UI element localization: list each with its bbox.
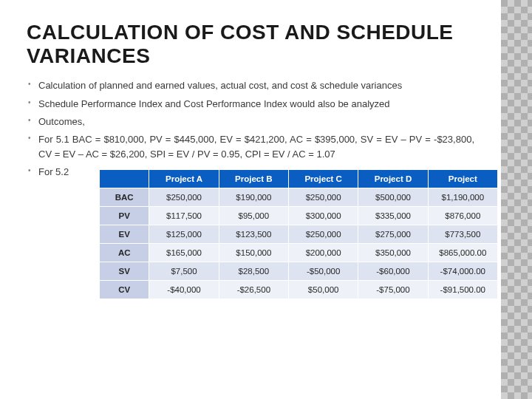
table-cell: $300,000 <box>289 207 358 225</box>
table-cell: $275,000 <box>358 225 428 244</box>
table-cell: $190,000 <box>219 188 288 207</box>
table-cell: -$40,000 <box>149 281 219 299</box>
table-cell: $200,000 <box>289 244 358 262</box>
bullet-list: Calculation of planned and earned values… <box>27 78 474 180</box>
slide-content: CALCULATION OF COST AND SCHEDULE VARIANC… <box>0 0 501 399</box>
table-cell: $123,500 <box>219 225 288 244</box>
data-table-wrap: Project A Project B Project C Project D … <box>99 169 498 299</box>
table-row: BAC $250,000 $190,000 $250,000 $500,000 … <box>100 188 498 207</box>
bullet-item: Calculation of planned and earned values… <box>27 78 474 93</box>
table-cell: $150,000 <box>219 244 288 262</box>
table-row: SV $7,500 $28,500 -$50,000 -$60,000 -$74… <box>100 262 498 281</box>
row-label: CV <box>100 281 149 299</box>
table-cell: -$74,000.00 <box>428 262 497 281</box>
decorative-strip <box>501 0 532 399</box>
table-cell: -$75,000 <box>358 281 428 299</box>
table-cell: $335,000 <box>358 207 428 225</box>
table-row: EV $125,000 $123,500 $250,000 $275,000 $… <box>100 225 498 244</box>
bullet-item: For 5.2 <box>27 165 474 180</box>
table-cell: -$50,000 <box>289 262 358 281</box>
table-cell: $50,000 <box>289 281 358 299</box>
table-cell: $350,000 <box>358 244 428 262</box>
table-cell: $117,500 <box>149 207 219 225</box>
table-cell: $125,000 <box>149 225 219 244</box>
row-label: AC <box>100 244 149 262</box>
table-cell: -$60,000 <box>358 262 428 281</box>
table-row: CV -$40,000 -$26,500 $50,000 -$75,000 -$… <box>100 281 498 299</box>
table-cell: -$91,500.00 <box>428 281 497 299</box>
table-row: PV $117,500 $95,000 $300,000 $335,000 $8… <box>100 207 498 225</box>
table-cell: -$26,500 <box>219 281 288 299</box>
row-label: SV <box>100 262 149 281</box>
bullet-item: For 5.1 BAC = $810,000, PV = $445,000, E… <box>27 132 474 162</box>
table-cell: $165,000 <box>149 244 219 262</box>
row-label: BAC <box>100 188 149 207</box>
row-label: PV <box>100 207 149 225</box>
table-row: AC $165,000 $150,000 $200,000 $350,000 $… <box>100 244 498 262</box>
row-label: EV <box>100 225 149 244</box>
bullet-item: Schedule Performance Index and Cost Perf… <box>27 97 474 112</box>
table-cell: $250,000 <box>289 225 358 244</box>
bullet-item: Outcomes, <box>27 115 474 129</box>
table-cell: $773,500 <box>428 225 497 244</box>
table-cell: $865,000.00 <box>428 244 497 262</box>
table-cell: $500,000 <box>358 188 428 207</box>
table-cell: $250,000 <box>289 188 358 207</box>
table-cell: $7,500 <box>149 262 219 281</box>
table-cell: $250,000 <box>149 188 219 207</box>
page-title: CALCULATION OF COST AND SCHEDULE VARIANC… <box>27 21 474 68</box>
table-cell: $1,190,000 <box>428 188 497 207</box>
table-cell: $876,000 <box>428 207 497 225</box>
table-cell: $28,500 <box>219 262 288 281</box>
table-cell: $95,000 <box>219 207 288 225</box>
variance-table: Project A Project B Project C Project D … <box>99 169 498 299</box>
